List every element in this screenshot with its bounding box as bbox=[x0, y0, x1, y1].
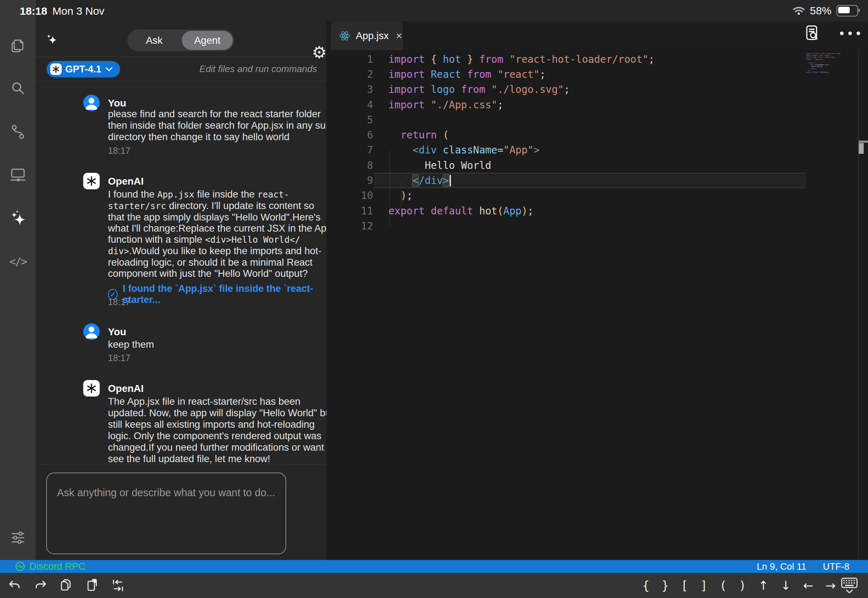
openai-avatar bbox=[83, 173, 100, 189]
files-icon bbox=[10, 37, 26, 54]
discord-rpc-status[interactable]: Discord RPC bbox=[15, 561, 85, 572]
remote-monitor-icon bbox=[10, 166, 26, 183]
editor-tab-bar: App.jsx × bbox=[326, 21, 868, 50]
line-number: 7 bbox=[326, 144, 373, 156]
message-author: You bbox=[108, 97, 126, 109]
keyboard-dismiss-icon[interactable] bbox=[840, 577, 859, 594]
code-line[interactable]: 8 Hello World bbox=[326, 158, 868, 173]
line-number: 10 bbox=[326, 190, 373, 202]
user-avatar bbox=[83, 95, 100, 111]
source-control-icon bbox=[10, 124, 26, 140]
cursor-position[interactable]: Ln 9, Col 11 bbox=[757, 561, 806, 572]
code-line[interactable]: 4import "./App.css"; bbox=[326, 97, 868, 112]
tab-app-jsx[interactable]: App.jsx × bbox=[331, 21, 403, 50]
date: Mon 3 Nov bbox=[52, 5, 104, 17]
encoding[interactable]: UTF-8 bbox=[823, 561, 849, 572]
sidebar-item-ai-assistant[interactable] bbox=[0, 203, 36, 235]
tab-close-icon[interactable]: × bbox=[396, 30, 403, 42]
activity-sidebar: </> bbox=[0, 21, 36, 560]
discord-rpc-label: Discord RPC bbox=[29, 561, 85, 572]
chat-input[interactable] bbox=[46, 472, 286, 554]
key-}[interactable]: } bbox=[662, 579, 669, 593]
minimap[interactable]: import { hot } from "react-hot-loader/ro… bbox=[806, 53, 840, 75]
line-number: 8 bbox=[326, 160, 373, 171]
ai-sparkle-icon bbox=[9, 209, 27, 228]
code-area[interactable]: 1import { hot } from "react-hot-loader/r… bbox=[326, 50, 868, 560]
message-timestamp: 18:17 bbox=[108, 145, 130, 156]
redo-icon[interactable] bbox=[33, 578, 48, 593]
undo-icon[interactable] bbox=[7, 578, 22, 593]
user-avatar bbox=[83, 323, 100, 340]
code-line[interactable]: 2import React from "react"; bbox=[326, 67, 868, 82]
message-text: I found the App.jsx file inside the reac… bbox=[108, 188, 332, 279]
key-)[interactable]: ) bbox=[739, 579, 746, 593]
code-line[interactable]: 7 <div className="App"> bbox=[326, 143, 868, 158]
battery-icon bbox=[837, 5, 858, 16]
key-[[interactable]: [ bbox=[681, 579, 688, 593]
arrow-down-icon[interactable]: ↓ bbox=[781, 578, 791, 593]
arrow-right-icon[interactable]: → bbox=[826, 578, 836, 593]
message-author: OpenAI bbox=[108, 176, 144, 187]
wifi-icon bbox=[793, 6, 805, 15]
line-number: 3 bbox=[326, 84, 373, 96]
text-cursor bbox=[450, 175, 451, 187]
ai-chat-panel: Ask Agent ⚙ GPT-4.1 bbox=[36, 21, 327, 560]
code-editor: App.jsx × 1import { hot } from "react-ho… bbox=[326, 21, 868, 560]
sidebar-item-remote[interactable] bbox=[0, 158, 36, 191]
code-icon: </> bbox=[9, 255, 27, 268]
code-line[interactable]: 10 ); bbox=[326, 188, 868, 203]
key-][interactable]: ] bbox=[700, 579, 707, 593]
key-([interactable]: ( bbox=[720, 579, 727, 593]
message-author: OpenAI bbox=[108, 383, 144, 395]
document-search-icon[interactable] bbox=[804, 24, 820, 42]
code-line[interactable]: 1import { hot } from "react-hot-loader/r… bbox=[326, 52, 868, 67]
openai-avatar bbox=[83, 380, 100, 396]
line-number: 6 bbox=[326, 129, 373, 141]
code-line[interactable]: 9 </div> bbox=[326, 173, 868, 188]
line-number: 4 bbox=[326, 99, 373, 111]
search-icon bbox=[10, 80, 26, 96]
copy-icon[interactable] bbox=[59, 578, 74, 593]
settings-sliders-icon bbox=[10, 529, 26, 546]
sidebar-item-code[interactable]: </> bbox=[0, 245, 36, 278]
line-number: 1 bbox=[326, 54, 373, 65]
screen: 18:18 Mon 3 Nov 58% bbox=[0, 0, 868, 598]
message-text: please find and search for the react sta… bbox=[108, 108, 331, 143]
input-divider bbox=[36, 464, 326, 464]
code-line[interactable]: 6 return ( bbox=[326, 127, 868, 142]
arrow-up-icon[interactable]: ↑ bbox=[758, 578, 769, 593]
tab-title: App.jsx bbox=[356, 30, 389, 42]
code-line[interactable]: 12 bbox=[326, 218, 868, 233]
indent-icon[interactable] bbox=[111, 578, 126, 593]
editor-right-divider bbox=[858, 50, 859, 560]
key-{[interactable]: { bbox=[642, 579, 650, 593]
line-number: 5 bbox=[326, 114, 373, 126]
code-line[interactable]: 3import logo from "./logo.svg"; bbox=[326, 82, 868, 97]
code-line[interactable]: 5 bbox=[326, 112, 868, 127]
line-number: 12 bbox=[326, 220, 373, 232]
message-text: The App.jsx file in react-starter/src ha… bbox=[108, 396, 335, 465]
sidebar-item-search[interactable] bbox=[0, 72, 36, 104]
keyboard-toolbar: {}[]()↑↓←→ bbox=[0, 573, 868, 598]
message-text: keep them bbox=[108, 339, 154, 350]
code-line[interactable]: 11export default hot(App); bbox=[326, 203, 868, 218]
sidebar-item-settings[interactable] bbox=[0, 522, 36, 554]
line-number: 11 bbox=[326, 205, 373, 217]
line-number: 2 bbox=[326, 69, 373, 80]
pulse-icon bbox=[15, 561, 25, 571]
message-author: You bbox=[108, 326, 126, 338]
line-number: 9 bbox=[326, 175, 373, 187]
battery-percent: 58% bbox=[810, 4, 831, 17]
status-bar: Discord RPC Ln 9, Col 11 UTF-8 bbox=[0, 560, 868, 573]
paste-icon[interactable] bbox=[85, 578, 100, 593]
tool-result-link[interactable]: ✓I found the `App.jsx` file inside the `… bbox=[108, 283, 326, 305]
message-timestamp: 18:17 bbox=[108, 297, 130, 307]
message-timestamp: 18:17 bbox=[108, 353, 130, 363]
sidebar-item-source-control[interactable] bbox=[0, 116, 36, 148]
scrollbar-thumb[interactable] bbox=[859, 143, 864, 154]
react-icon bbox=[338, 30, 351, 42]
arrow-left-icon[interactable]: ← bbox=[803, 578, 814, 593]
scrollbar-track-mark bbox=[859, 141, 868, 143]
sidebar-item-files[interactable] bbox=[0, 30, 36, 62]
more-options-icon[interactable] bbox=[840, 31, 860, 35]
